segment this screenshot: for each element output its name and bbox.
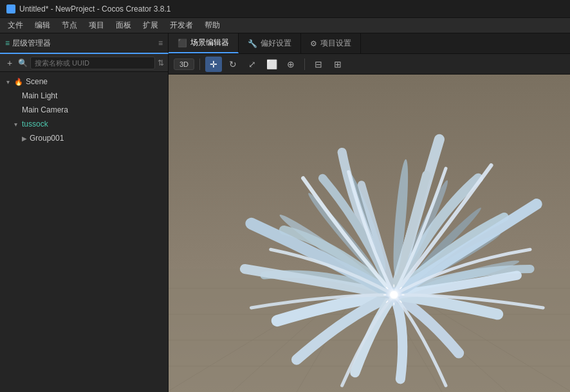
tab-label-scene: 场景编辑器: [190, 37, 229, 48]
search-input[interactable]: [30, 57, 155, 69]
tree-item-scene[interactable]: ▾ 🔥 Scene: [0, 75, 168, 89]
right-tab-prefs[interactable]: 🔧偏好设置: [239, 33, 301, 53]
group001-label: Group001: [30, 134, 164, 143]
left-panel: + 🔍 ⇅ ▾ 🔥 Scene Main Light: [0, 54, 169, 392]
menu-item-编辑[interactable]: 编辑: [30, 19, 55, 32]
menu-item-节点[interactable]: 节点: [57, 19, 82, 32]
tab-label-project: 项目设置: [320, 38, 351, 49]
main-camera-label: Main Camera: [22, 105, 164, 114]
tab-label-prefs: 偏好设置: [261, 38, 291, 49]
panel-menu-icon[interactable]: ≡: [158, 39, 163, 48]
main-layout: + 🔍 ⇅ ▾ 🔥 Scene Main Light: [0, 54, 570, 392]
tab-icon-prefs: 🔧: [248, 39, 257, 48]
left-panel-title: 层级管理器: [12, 38, 51, 49]
group001-arrow[interactable]: ▶: [22, 135, 30, 142]
add-node-button[interactable]: +: [4, 57, 15, 69]
tree-item-group001[interactable]: ▶ Group001: [0, 131, 168, 145]
menu-item-扩展[interactable]: 扩展: [138, 19, 163, 32]
menu-item-文件[interactable]: 文件: [3, 19, 28, 32]
sep2: [304, 58, 305, 70]
app-title: Untitled* - NewProject - Cocos Creator 3…: [19, 4, 170, 13]
tool-rotate[interactable]: ↻: [225, 57, 241, 72]
tussock-label: tussock: [22, 120, 164, 129]
search-icon: 🔍: [18, 58, 28, 67]
menu-item-帮助[interactable]: 帮助: [199, 19, 225, 32]
tree-item-main-camera[interactable]: Main Camera: [0, 103, 168, 117]
app-icon: [6, 4, 15, 13]
right-tabs: ⬛场景编辑器🔧偏好设置⚙项目设置: [169, 33, 570, 54]
scene-svg: [169, 75, 570, 392]
hierarchy-icon: ≡: [5, 39, 10, 48]
tool-scale[interactable]: ⤢: [244, 57, 261, 72]
scene-arrow[interactable]: ▾: [6, 78, 14, 85]
viewport[interactable]: [169, 75, 570, 392]
scene-label: Scene: [26, 77, 164, 86]
tree-item-tussock[interactable]: ▾ tussock: [0, 117, 168, 131]
mode-3d-badge[interactable]: 3D: [174, 58, 194, 70]
main-light-label: Main Light: [22, 91, 164, 100]
editor-toolbar: 3D ✛ ↻ ⤢ ⬜ ⊕ ⊟ ⊞: [169, 54, 570, 75]
tussock-arrow[interactable]: ▾: [14, 121, 22, 128]
menu-item-项目[interactable]: 项目: [84, 19, 109, 32]
tool-transform[interactable]: ⊕: [282, 57, 299, 72]
sep1: [199, 58, 200, 70]
tab-icon-project: ⚙: [310, 39, 317, 48]
right-tab-scene[interactable]: ⬛场景编辑器: [169, 33, 239, 53]
tool-snap[interactable]: ⊟: [310, 57, 327, 72]
scene-fire-icon: 🔥: [14, 78, 23, 86]
menu-bar: 文件编辑节点项目面板扩展开发者帮助: [0, 18, 570, 33]
tab-icon-scene: ⬛: [178, 39, 187, 48]
sort-button[interactable]: ⇅: [158, 58, 164, 67]
scene-tree: ▾ 🔥 Scene Main Light Main Camera: [0, 72, 168, 392]
right-tab-project[interactable]: ⚙项目设置: [301, 33, 361, 53]
title-bar: Untitled* - NewProject - Cocos Creator 3…: [0, 0, 570, 18]
tool-rect[interactable]: ⬜: [263, 57, 280, 72]
tool-move[interactable]: ✛: [205, 57, 222, 72]
left-panel-tab[interactable]: ≡ 层级管理器 ≡: [0, 33, 169, 54]
menu-item-开发者[interactable]: 开发者: [165, 19, 198, 32]
svg-point-30: [392, 293, 396, 297]
menu-item-面板[interactable]: 面板: [111, 19, 136, 32]
right-panel: 3D ✛ ↻ ⤢ ⬜ ⊕ ⊟ ⊞: [169, 54, 570, 392]
left-toolbar: + 🔍 ⇅: [0, 54, 168, 72]
tree-item-main-light[interactable]: Main Light: [0, 89, 168, 103]
tool-pivot[interactable]: ⊞: [329, 57, 346, 72]
